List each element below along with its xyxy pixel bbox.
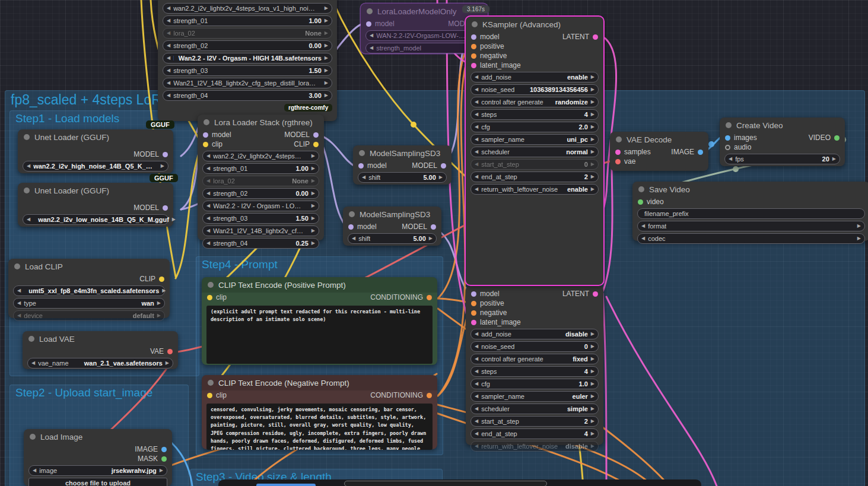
widget-strength-02[interactable]: ◀strength_020.00▶ [202,188,319,199]
decrement-arrow-icon[interactable]: ◀ [729,157,732,161]
increment-arrow-icon[interactable]: ▶ [832,157,836,161]
CLIP-output-dot[interactable] [159,277,164,282]
node-create-video[interactable]: Create Video imagesVIDEOaudio ◀fps20▶ [720,117,845,166]
increment-arrow-icon[interactable]: ▶ [311,166,315,171]
widget-strength-04[interactable]: ◀strength_040.25▶ [202,238,319,249]
widget-format[interactable]: ◀format▶ [637,221,865,231]
node-title[interactable]: Unet Loader (GGUF) [18,129,173,145]
decrement-arrow-icon[interactable]: ◀ [17,313,21,318]
positive-input-dot[interactable] [471,44,476,49]
widget-fps[interactable]: ◀fps20▶ [724,154,840,164]
widget-noise-seed[interactable]: ◀noise_seed0▶ [470,341,599,352]
node-load-clip[interactable]: Load CLIP CLIP ◀clip ...umt5_xxl_fp8_e4m… [8,259,170,318]
collapse-dot-icon[interactable] [24,134,30,140]
decrement-arrow-icon[interactable]: ◀ [370,33,373,38]
increment-arrow-icon[interactable]: ▶ [325,56,328,61]
MASK-output-dot[interactable] [161,456,167,462]
decrement-arrow-icon[interactable]: ◀ [475,75,478,80]
increment-arrow-icon[interactable]: ▶ [591,406,594,411]
increment-arrow-icon[interactable]: ▶ [591,100,594,104]
widget-wan21-i2v-14b-lightx2v-cfg-s[interactable]: ◀Wan21_I2V_14B_lightx2v_cfg_st...▶ [202,225,319,236]
node-title[interactable]: Load VAE [23,331,178,347]
increment-arrow-icon[interactable]: ▶ [591,431,594,436]
node-ksampler-advanced-1[interactable]: KSampler (Advanced) modelLATENTpositiven… [466,17,603,285]
decrement-arrow-icon[interactable]: ◀ [475,162,478,167]
increment-arrow-icon[interactable]: ▶ [311,191,315,196]
widget-strength-02[interactable]: ◀strength_020.00▶ [163,40,332,51]
increment-arrow-icon[interactable]: ▶ [591,344,594,349]
clip-input-dot[interactable] [207,295,212,300]
collapse-dot-icon[interactable] [349,211,355,217]
widget-image[interactable]: ◀imagejrsekwrahv.jpg▶ [28,465,167,476]
increment-arrow-icon[interactable]: ▶ [857,236,861,241]
model-input-dot[interactable] [358,163,364,169]
node-load-vae[interactable]: Load VAE VAE ◀vae_namewan_2.1_vae.safete… [23,331,178,369]
increment-arrow-icon[interactable]: ▶ [325,18,328,23]
increment-arrow-icon[interactable]: ▶ [325,43,328,48]
node-title[interactable]: VAE Decode [610,132,708,147]
node-title[interactable]: Load CLIP [8,259,170,274]
increment-arrow-icon[interactable]: ▶ [591,112,594,117]
decrement-arrow-icon[interactable]: ◀ [475,87,478,92]
widget-vae-name[interactable]: ◀vae_namewan_2.1_vae.safetensors▶ [27,358,173,369]
increment-arrow-icon[interactable]: ▶ [429,236,433,241]
increment-arrow-icon[interactable]: ▶ [311,179,315,183]
increment-arrow-icon[interactable]: ▶ [591,394,594,399]
decrement-arrow-icon[interactable]: ◀ [475,394,478,399]
increment-arrow-icon[interactable]: ▶ [311,216,315,221]
node-title[interactable]: KSampler (Advanced) [466,17,603,32]
widget-steps[interactable]: ◀steps4▶ [470,366,599,377]
increment-arrow-icon[interactable]: ▶ [157,313,161,318]
decrement-arrow-icon[interactable]: ◀ [475,137,478,142]
node-unet-loader-gguf-2[interactable]: Unet Loader (GGUF) MODEL ◀u ...wan2.2_i2… [18,183,173,227]
link-dot[interactable] [708,141,714,147]
increment-arrow-icon[interactable]: ▶ [591,137,594,142]
widget-scheduler[interactable]: ◀schedulernormal▶ [470,147,599,157]
link-dot[interactable] [411,122,416,128]
IMAGE-output-dot[interactable] [161,447,167,452]
increment-arrow-icon[interactable]: ▶ [439,175,443,180]
model-input-dot[interactable] [348,224,354,230]
MODEL-output-dot[interactable] [441,163,446,169]
widget-strength-01[interactable]: ◀strength_011.00▶ [202,163,319,174]
widget-codec[interactable]: ◀codec▶ [637,233,865,244]
widget-wan2-2-i2v-orgasm-low-14-[interactable]: ◀Wan2.2 - I2V - Orgasm - LOW 14...▶ [202,201,319,211]
wire-latent[interactable] [606,297,717,486]
widget-steps[interactable]: ◀steps4▶ [470,109,599,120]
increment-arrow-icon[interactable]: ▶ [591,150,594,154]
increment-arrow-icon[interactable]: ▶ [591,357,594,361]
decrement-arrow-icon[interactable]: ◀ [167,6,170,11]
LATENT-output-dot[interactable] [593,34,598,40]
increment-arrow-icon[interactable]: ▶ [161,164,164,169]
widget-strength-03[interactable]: ◀strength_031.50▶ [202,213,319,224]
decrement-arrow-icon[interactable]: ◀ [475,406,478,411]
widget-scheduler[interactable]: ◀schedulersimple▶ [470,404,599,414]
widget-wan2-2-i2v-high-noise-14b-q5[interactable]: ◀wan2.2_i2v_high_noise_14B_Q5_K_M.gguf▶ [23,161,168,171]
collapse-dot-icon[interactable] [208,282,214,288]
widget-start-at-step[interactable]: ◀start_at_step2▶ [470,416,599,427]
increment-arrow-icon[interactable]: ▶ [325,6,328,11]
MODEL-output-dot[interactable] [431,224,436,230]
widget-shift[interactable]: ◀shift5.00▶ [358,172,447,183]
increment-arrow-icon[interactable]: ▶ [325,68,328,73]
node-unet-loader-gguf-1[interactable]: Unet Loader (GGUF) MODEL ◀wan2.2_i2v_hig… [18,129,173,173]
node-vae-decode[interactable]: VAE Decode samplesIMAGEvae [610,132,708,171]
increment-arrow-icon[interactable]: ▶ [857,224,861,228]
decrement-arrow-icon[interactable]: ◀ [475,444,478,449]
increment-arrow-icon[interactable]: ▶ [591,332,594,336]
decrement-arrow-icon[interactable]: ◀ [167,43,170,48]
decrement-arrow-icon[interactable]: ◀ [475,112,478,117]
node-lora-stack-top[interactable]: ◀wan2.2_i2v_lightx2v_4steps_lora_v1_high… [158,0,337,121]
widget-lora-03[interactable]: ◀lora_03Wan2.2 - I2V - Orgasm - HIGH 14B… [163,53,332,63]
widget-choose-file-to-upload[interactable]: choose file to upload [28,478,167,486]
widget-strength-01[interactable]: ◀strength_011.00▶ [163,15,332,26]
node-title[interactable]: Create Video [720,117,845,133]
MODEL-output-dot[interactable] [163,152,168,157]
node-clip-text-encode-negative[interactable]: CLIP Text Encode (Negative Prompt) clipC… [202,375,437,449]
collapse-dot-icon[interactable] [472,21,478,27]
decrement-arrow-icon[interactable]: ◀ [167,56,170,61]
widget-lora-02[interactable]: ◀lora_02None▶ [202,176,319,186]
decrement-arrow-icon[interactable]: ◀ [27,164,30,169]
wire-conditioning[interactable] [438,312,469,396]
audio-input-dot[interactable] [725,145,730,150]
